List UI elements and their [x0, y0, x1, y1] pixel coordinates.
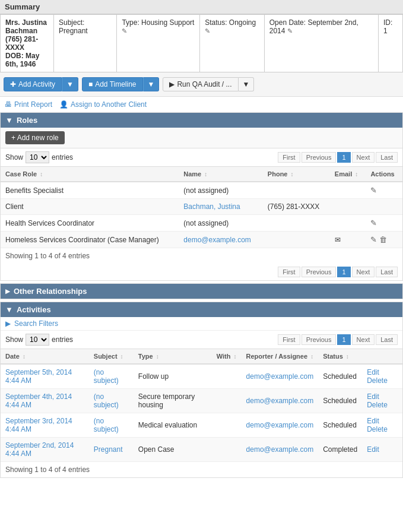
- status-cell: Scheduled: [318, 364, 362, 389]
- previous-button[interactable]: Previous: [302, 152, 337, 163]
- phone-cell: (765) 281-XXXX: [263, 199, 330, 215]
- phone-cell: [263, 182, 330, 199]
- add-new-role-label: + Add new role: [11, 134, 59, 142]
- date-link[interactable]: September 4th, 2014 4:44 AM: [5, 392, 72, 409]
- add-timeline-button[interactable]: ■ Add Timeline: [82, 77, 143, 91]
- secondary-toolbar: 🖶 Print Report 👤 Assign to Another Clien…: [0, 97, 403, 112]
- edit-icon[interactable]: ✎: [370, 186, 377, 195]
- edit-link[interactable]: Edit: [367, 392, 379, 401]
- reporter-link[interactable]: demo@example.com: [246, 372, 314, 381]
- date-link[interactable]: September 5th, 2014 4:44 AM: [5, 368, 72, 385]
- roles-pagination-bottom: First Previous 1 Next Last: [278, 267, 398, 277]
- run-qa-button[interactable]: ▶ Run QA Audit / ...: [163, 77, 238, 91]
- name-link[interactable]: demo@example.com: [183, 236, 251, 244]
- with-cell: [212, 438, 242, 462]
- previous-button-bottom[interactable]: Previous: [302, 267, 337, 277]
- page-1-button-bottom[interactable]: 1: [337, 267, 350, 277]
- add-activity-button[interactable]: ✚ Add Activity: [4, 77, 62, 91]
- actions-cell: ✎🗑: [366, 232, 402, 248]
- with-cell: [212, 389, 242, 413]
- other-relationships-header[interactable]: ▶ Other Relationships: [1, 284, 402, 299]
- role-cell: Health Services Coordinator: [1, 215, 179, 232]
- date-link[interactable]: September 2nd, 2014 4:44 AM: [5, 441, 74, 458]
- print-report-button[interactable]: 🖶 Print Report: [5, 100, 52, 109]
- type-edit-icon[interactable]: ✎: [122, 27, 127, 34]
- subject-link[interactable]: (no subject): [94, 392, 119, 409]
- roles-entries-bar: Show 10 25 50 entries First Previous 1 N…: [1, 148, 402, 166]
- status-edit-icon[interactable]: ✎: [205, 27, 210, 34]
- activities-entries-select[interactable]: 10 25 50: [26, 334, 49, 346]
- next-button-bottom[interactable]: Next: [352, 267, 375, 277]
- first-button[interactable]: First: [278, 152, 300, 163]
- act-first-button[interactable]: First: [278, 334, 300, 345]
- with-cell: [212, 413, 242, 438]
- search-filters-toggle[interactable]: ▶ Search Filters: [1, 317, 402, 331]
- delete-icon[interactable]: 🗑: [379, 235, 387, 244]
- delete-link[interactable]: Delete: [367, 376, 388, 385]
- act-next-button[interactable]: Next: [352, 334, 375, 345]
- edit-link[interactable]: Edit: [367, 445, 379, 454]
- add-timeline-group: ■ Add Timeline ▼: [82, 77, 160, 91]
- edit-link[interactable]: Edit: [367, 368, 379, 376]
- name-link[interactable]: Bachman, Justina: [183, 202, 240, 211]
- roles-entries-bar-bottom: First Previous 1 Next Last: [1, 264, 402, 280]
- entries-select[interactable]: 10 25 50: [26, 151, 49, 163]
- reporter-link[interactable]: demo@example.com: [246, 421, 314, 429]
- edit-link[interactable]: Edit: [367, 417, 379, 425]
- sort-icon: ↕: [40, 171, 43, 178]
- page-1-button[interactable]: 1: [337, 152, 350, 163]
- type-cell: Secure temporary housing: [134, 389, 212, 413]
- main-toolbar: ✚ Add Activity ▼ ■ Add Timeline ▼ ▶ Run …: [0, 72, 403, 97]
- edit-icon[interactable]: ✎: [370, 235, 377, 244]
- phone-cell: [263, 215, 330, 232]
- email-icon[interactable]: ✉: [335, 236, 341, 244]
- next-button[interactable]: Next: [352, 152, 375, 163]
- roles-header[interactable]: ▼ Roles: [1, 113, 402, 128]
- subject-link[interactable]: Pregnant: [94, 445, 123, 454]
- reporter-cell: demo@example.com: [242, 413, 319, 438]
- add-timeline-dropdown[interactable]: ▼: [143, 77, 160, 91]
- first-button-bottom[interactable]: First: [278, 267, 300, 277]
- last-button-bottom[interactable]: Last: [376, 267, 398, 277]
- activities-pagination-top: First Previous 1 Next Last: [278, 334, 398, 345]
- name-cell: (not assigned): [179, 182, 263, 199]
- subject-link[interactable]: (no subject): [94, 417, 119, 433]
- actions-cell: Edit Delete: [362, 389, 402, 413]
- status-cell: Completed: [318, 438, 362, 462]
- add-new-role-button[interactable]: + Add new role: [5, 131, 65, 144]
- subject-link[interactable]: (no subject): [94, 368, 119, 385]
- activities-entries-label: entries: [52, 335, 73, 344]
- activities-show-label: Show: [5, 335, 23, 344]
- reporter-link[interactable]: demo@example.com: [246, 445, 314, 454]
- open-date-edit-icon[interactable]: ✎: [287, 27, 293, 34]
- col-act-actions: [362, 349, 402, 365]
- print-report-label: Print Report: [14, 100, 52, 109]
- edit-icon[interactable]: ✎: [370, 218, 377, 227]
- subject-cell: Pregnant: [89, 438, 134, 462]
- roles-showing-text: Showing 1 to 4 of 4 entries: [1, 248, 402, 264]
- name-cell: demo@example.com: [179, 232, 263, 248]
- add-activity-dropdown[interactable]: ▼: [62, 77, 78, 91]
- show-label: Show: [5, 153, 23, 162]
- roles-section: ▼ Roles + Add new role Show 10 25 50 ent…: [0, 112, 403, 281]
- col-actions: Actions: [366, 167, 402, 182]
- activities-toggle-icon: ▼: [5, 305, 13, 314]
- type-label: Type: Housing Support: [122, 18, 194, 27]
- act-last-button[interactable]: Last: [376, 334, 398, 345]
- act-page-1-button[interactable]: 1: [337, 334, 350, 345]
- assign-client-button[interactable]: 👤 Assign to Another Client: [59, 100, 147, 109]
- date-link[interactable]: September 3rd, 2014 4:44 AM: [5, 417, 72, 433]
- run-qa-dropdown[interactable]: ▼: [239, 77, 255, 91]
- act-previous-button[interactable]: Previous: [302, 334, 337, 345]
- subject-cell: (no subject): [89, 413, 134, 438]
- reporter-link[interactable]: demo@example.com: [246, 397, 314, 405]
- type-cell: Follow up: [134, 364, 212, 389]
- last-button[interactable]: Last: [376, 152, 398, 163]
- name-cell: Bachman, Justina: [179, 199, 263, 215]
- delete-link[interactable]: Delete: [367, 401, 388, 409]
- status-cell: Status: Ongoing ✎: [200, 15, 265, 72]
- delete-link[interactable]: Delete: [367, 425, 388, 433]
- client-info: Mrs. Justina Bachman (765) 281-XXXX DOB:…: [1, 15, 54, 72]
- search-filters-label: Search Filters: [14, 319, 58, 328]
- activities-header[interactable]: ▼ Activities: [1, 302, 402, 317]
